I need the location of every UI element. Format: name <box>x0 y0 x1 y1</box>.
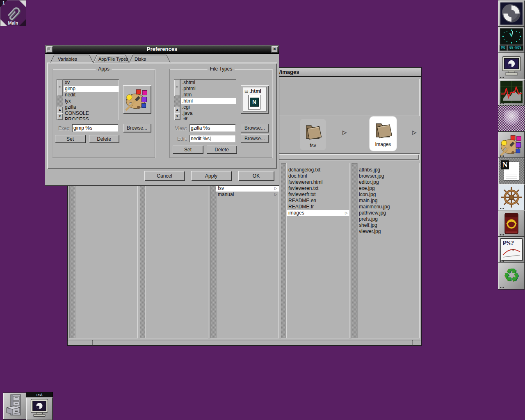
apps-listbox[interactable]: ▲ ▼ xv gimp nedit lyx gzilla CONSOLE PRO… <box>57 79 119 120</box>
list-item[interactable]: .java <box>181 110 236 116</box>
workspace-clip[interactable]: 1 Main <box>0 0 26 26</box>
scroll-down-button[interactable]: ▼ <box>174 113 180 120</box>
column-list[interactable] <box>146 163 208 338</box>
browser-column-3[interactable]: fsv▷ manual▷ <box>210 163 279 338</box>
close-button[interactable]: ✕ <box>272 46 278 52</box>
appicon-rxvt[interactable]: rxvt <box>26 392 52 420</box>
window-menu-button[interactable] <box>46 46 52 52</box>
list-item[interactable]: PROCESS <box>64 116 119 120</box>
view-field[interactable]: gzilla %s <box>189 124 235 132</box>
fm-resizebar[interactable] <box>68 340 421 345</box>
column-list[interactable]: fsv▷ manual▷ <box>216 163 279 338</box>
path-item-images[interactable]: images <box>370 116 397 151</box>
rxvt-tile[interactable] <box>26 397 52 420</box>
edit-browse-button[interactable]: Browse... <box>241 135 269 143</box>
scrollbar-thumb[interactable] <box>57 80 63 96</box>
browser-column-2[interactable] <box>140 163 208 338</box>
dock-tile-sysmon[interactable] <box>498 79 525 105</box>
file-type-icon-button[interactable]: ▤ .html N <box>241 85 269 113</box>
column-scrollbar[interactable] <box>281 163 287 338</box>
apps-list-scrollbar[interactable]: ▲ ▼ <box>57 80 63 120</box>
list-item[interactable]: images▷ <box>287 210 349 216</box>
column-scrollbar[interactable] <box>69 163 75 338</box>
edit-field[interactable]: nedit %s <box>189 135 235 142</box>
list-item[interactable]: fsv▷ <box>216 185 279 192</box>
list-item[interactable]: editor.jpg <box>357 179 420 185</box>
list-item[interactable]: dchangelog.txt <box>287 167 349 173</box>
list-item[interactable]: prefs.jpg <box>357 216 420 222</box>
list-item[interactable]: .tif <box>181 116 236 120</box>
column-list[interactable] <box>75 163 138 338</box>
list-item[interactable]: viewer.jpg <box>357 228 420 235</box>
prefs-titlebar[interactable]: Preferences ✕ <box>45 45 279 54</box>
list-item[interactable]: .html <box>181 98 236 104</box>
dock-tile-wmaker[interactable] <box>498 0 525 27</box>
list-item[interactable]: gimp <box>64 86 119 92</box>
dock-tile-recycler[interactable]: ♻ <box>498 263 525 289</box>
list-item[interactable]: fsviewerfr.txt <box>287 192 349 198</box>
dock-tile-gimp[interactable] <box>498 132 525 158</box>
list-item[interactable]: doc.html <box>287 173 349 179</box>
list-item[interactable]: mainmenu.jpg <box>357 204 420 210</box>
dock-tile-ghost[interactable] <box>498 105 525 132</box>
column-scrollbar[interactable] <box>140 163 146 338</box>
list-item[interactable]: README.fr <box>287 204 349 210</box>
appicon-fsviewer[interactable] <box>3 393 26 419</box>
list-item[interactable]: gzilla <box>64 104 119 110</box>
list-item[interactable]: .htm <box>181 92 236 98</box>
list-item[interactable]: lyx <box>64 98 119 104</box>
apps-list[interactable]: xv gimp nedit lyx gzilla CONSOLE PROCESS <box>64 80 119 120</box>
list-item[interactable]: .shtml <box>181 80 236 86</box>
list-item[interactable]: manual▷ <box>216 192 279 198</box>
scrollbar-thumb[interactable] <box>174 80 180 96</box>
column-list[interactable]: attribs.jpg browser.jpg editor.jpg exe.j… <box>357 163 420 338</box>
browser-column-5[interactable]: attribs.jpg browser.jpg editor.jpg exe.j… <box>352 163 420 338</box>
list-item[interactable]: .phtml <box>181 86 236 92</box>
list-item[interactable]: CONSOLE <box>64 110 119 116</box>
resizebar-groove-left[interactable] <box>92 340 93 345</box>
resizebar-groove-right[interactable] <box>412 340 413 345</box>
view-browse-button[interactable]: Browse... <box>241 124 269 132</box>
list-item[interactable]: main.jpg <box>357 198 420 204</box>
cancel-button[interactable]: Cancel <box>144 171 185 180</box>
list-item[interactable]: pathview.jpg <box>357 210 420 216</box>
list-item[interactable]: browser.jpg <box>357 173 420 179</box>
apps-browse-button[interactable]: Browse... <box>123 124 151 132</box>
column-scrollbar[interactable] <box>210 163 216 338</box>
list-item[interactable]: attribs.jpg <box>357 167 420 173</box>
file-types-list[interactable]: .shtml .phtml .htm .html .cgi .java .tif <box>181 80 236 120</box>
app-icon-button[interactable] <box>123 85 151 113</box>
list-item[interactable]: exe.jpg <box>357 185 420 192</box>
dock-tile-ghostview[interactable]: PS? <box>498 237 525 263</box>
list-item[interactable]: xv <box>64 80 119 86</box>
dock-tile-helm[interactable] <box>498 184 525 210</box>
list-item[interactable]: fsvieweren.html <box>287 179 349 185</box>
browser-column-4[interactable]: dchangelog.txt doc.html fsvieweren.html … <box>281 163 349 338</box>
scroll-up-button[interactable]: ▲ <box>174 107 180 113</box>
apps-set-button[interactable]: Set <box>55 135 85 143</box>
dock-tile-monitor[interactable] <box>498 53 525 79</box>
file-types-set-button[interactable]: Set <box>173 146 203 153</box>
list-item[interactable]: nedit <box>64 92 119 98</box>
scroll-up-button[interactable]: ▲ <box>57 107 63 113</box>
file-types-listbox[interactable]: ▲ ▼ .shtml .phtml .htm .html .cgi .java … <box>174 79 236 120</box>
list-item[interactable]: fsvieweren.txt <box>287 185 349 192</box>
list-item[interactable]: shelf.jpg <box>357 222 420 228</box>
scroll-down-button[interactable]: ▼ <box>57 113 63 120</box>
apps-delete-button[interactable]: Delete <box>89 135 119 143</box>
list-item[interactable]: README.en <box>287 198 349 204</box>
browser-column-1[interactable] <box>69 163 138 338</box>
dock-tile-mail[interactable] <box>498 210 525 237</box>
column-scrollbar[interactable] <box>352 163 357 338</box>
path-item-fsv[interactable]: fsv <box>300 119 326 150</box>
dock-tile-clock[interactable]: MO 08-NOV <box>498 27 525 53</box>
exec-field[interactable]: gimp %s <box>72 124 118 132</box>
list-item[interactable]: icon.jpg <box>357 192 420 198</box>
column-list[interactable]: dchangelog.txt doc.html fsvieweren.html … <box>287 163 349 338</box>
list-item[interactable]: .cgi <box>181 104 236 110</box>
dock-tile-netscape[interactable]: N <box>498 158 525 184</box>
file-types-scrollbar[interactable]: ▲ ▼ <box>174 80 180 120</box>
apply-button[interactable]: Apply <box>191 171 231 180</box>
file-types-delete-button[interactable]: Delete <box>207 146 237 153</box>
preferences-dialog[interactable]: Preferences ✕ Variables App/File Types D… <box>45 45 279 185</box>
